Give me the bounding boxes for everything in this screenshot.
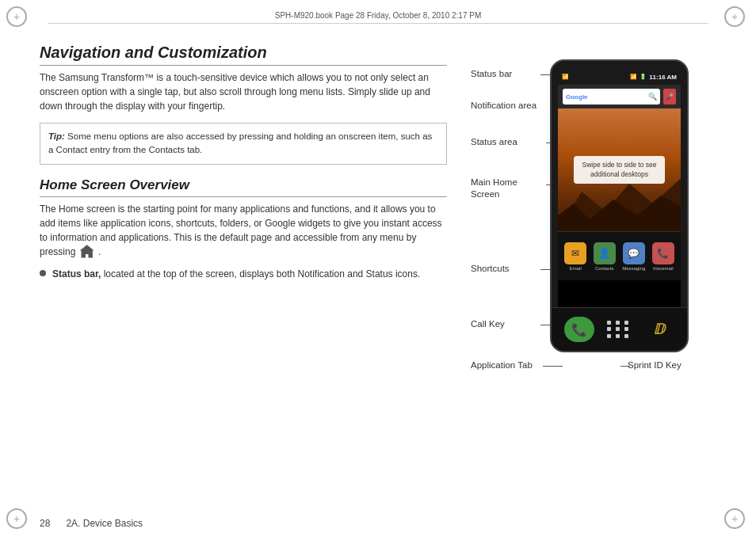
shortcut-voicemail: 📞 Voicemail [652, 242, 674, 271]
phone-screen: 📶 📶 🔋 11:16 AM Google 🔍 [558, 69, 681, 307]
tip-box: Tip: Some menu options are also accessed… [40, 123, 447, 165]
label-shortcuts: Shortcuts [471, 264, 510, 273]
corner-mark-tl [6, 6, 32, 32]
right-column: Status bar Notification area Status area… [471, 36, 716, 500]
bullet-status-bar: Status bar, located at the top of the sc… [40, 267, 447, 281]
home-icon [80, 245, 94, 259]
top-bar: SPH-M920.book Page 28 Friday, October 8,… [48, 11, 708, 24]
label-sprint-id-key: Sprint ID Key [628, 360, 682, 370]
shortcut-contacts: 👤 Contacts [594, 242, 616, 271]
body-paragraph-2: The Home screen is the starting point fo… [40, 202, 447, 260]
tip-label: Tip: [48, 131, 65, 141]
google-search-bar: Google 🔍 [563, 89, 660, 105]
apps-button[interactable] [604, 317, 634, 342]
page-title: Navigation and Customization [40, 44, 447, 66]
content-area: Navigation and Customization The Samsung… [40, 36, 716, 500]
footer-section: 2A. Device Basics [66, 518, 143, 529]
phone-nav-bar: 📞 𝔻 [552, 307, 687, 351]
body-paragraph-1: The Samsung Transform™ is a touch-sensit… [40, 70, 447, 113]
messaging-icon: 💬 [623, 242, 645, 264]
bullet1-bold: Status bar, [52, 268, 101, 280]
corner-mark-br [724, 508, 750, 534]
diagram-container: Status bar Notification area Status area… [471, 44, 716, 439]
contacts-label: Contacts [595, 266, 614, 271]
sprint-id-key[interactable]: 𝔻 [644, 317, 674, 342]
shortcut-messaging: 💬 Messaging [622, 242, 645, 271]
section-title: Home Screen Overview [40, 177, 447, 197]
phone-time: 11:16 AM [649, 74, 677, 81]
messaging-label: Messaging [622, 266, 645, 271]
tip-text: Some menu options are also accessed by p… [48, 131, 432, 154]
status-icons-right: 📶 🔋 11:16 AM [630, 74, 677, 81]
label-main-home-screen: Main HomeScreen [471, 177, 517, 200]
phone-notification-bar: Google 🔍 🎤 [558, 85, 681, 108]
phone-status-bar: 📶 📶 🔋 11:16 AM [558, 69, 681, 85]
line-application-tab [543, 366, 563, 367]
header-text: SPH-M920.book Page 28 Friday, October 8,… [275, 11, 482, 20]
footer: 28 2A. Device Basics [40, 518, 716, 529]
voicemail-icon: 📞 [652, 242, 674, 264]
left-column: Navigation and Customization The Samsung… [40, 36, 447, 500]
corner-mark-tr [724, 6, 750, 32]
phone-frame: 📶 📶 🔋 11:16 AM Google 🔍 [550, 59, 689, 352]
bullet1-text: located at the top of the screen, displa… [104, 268, 421, 280]
shortcut-email: ✉ Email [564, 242, 586, 271]
label-status-bar: Status bar [471, 69, 512, 78]
call-key-button[interactable]: 📞 [564, 317, 594, 342]
corner-mark-bl [6, 508, 32, 534]
email-icon: ✉ [564, 242, 586, 264]
label-application-tab: Application Tab [471, 360, 533, 370]
page-number: 28 [40, 518, 50, 529]
label-status-area: Status area [471, 137, 517, 146]
line-sprint-id-key [620, 366, 630, 367]
google-label: Google [566, 93, 588, 101]
label-call-key: Call Key [471, 319, 505, 329]
email-label: Email [570, 266, 582, 271]
mic-button[interactable]: 🎤 [663, 89, 676, 105]
contacts-icon: 👤 [594, 242, 616, 264]
bullet-dot [40, 270, 46, 276]
mountain-svg [558, 168, 681, 231]
label-notification-area: Notification area [471, 101, 536, 110]
status-icons-left: 📶 [562, 74, 569, 80]
voicemail-label: Voicemail [653, 266, 674, 271]
page-number-text: 28 2A. Device Basics [40, 518, 143, 529]
phone-shortcuts-row: ✉ Email 👤 Contacts 💬 Messaging 📞 [558, 231, 681, 280]
phone-home-area: Swipe side to side to seeadditional desk… [558, 108, 681, 231]
